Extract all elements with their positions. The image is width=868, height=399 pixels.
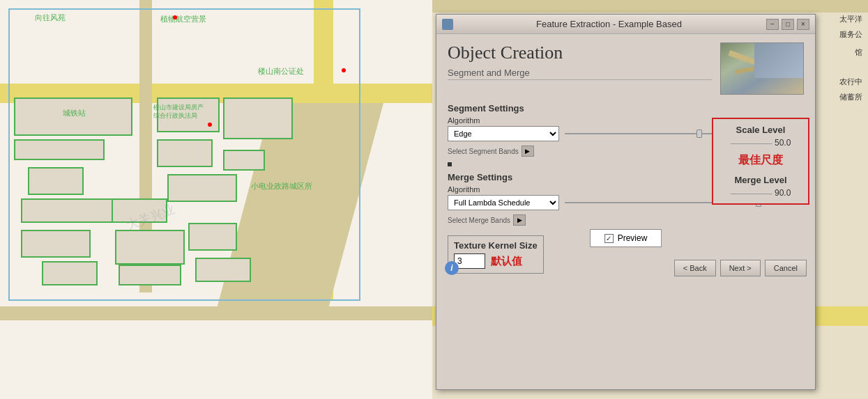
map-area: 向往风苑 植物航空营景 楼山南公证处 城铁站 小电业政路城区所 楼山市建设局房产… xyxy=(0,0,432,399)
merge-level-value: —————— 90.0 xyxy=(719,188,802,198)
object-creation-title: Object Creation xyxy=(448,42,712,63)
dialog-titlebar: Feature Extraction - Example Based − □ × xyxy=(436,15,815,34)
minimize-button[interactable]: − xyxy=(766,19,779,30)
cancel-button[interactable]: Cancel xyxy=(765,260,807,276)
side-label: 馆 xyxy=(855,47,862,58)
segment-merge-label: Segment and Merge xyxy=(448,66,712,80)
select-merge-bands-label: Select Merge Bands xyxy=(448,217,510,224)
header-text: Object Creation Segment and Merge xyxy=(448,42,712,80)
side-label: 太平洋 xyxy=(839,14,862,24)
preview-checkbox[interactable]: ✓ xyxy=(604,234,614,243)
info-button[interactable]: i xyxy=(445,261,459,275)
dialog-icon xyxy=(442,19,453,30)
back-button[interactable]: < Back xyxy=(674,260,716,276)
scale-level-value: —————— 50.0 xyxy=(719,138,802,148)
select-segment-bands-button[interactable]: ▶ xyxy=(521,146,534,157)
side-label: 储蓄所 xyxy=(839,92,862,102)
scale-level-chinese: 最佳尺度 xyxy=(719,153,802,168)
segment-algorithm-select[interactable]: Edge Watershed Texture xyxy=(448,126,559,141)
merge-level-title: Merge Level xyxy=(719,175,802,185)
bottom-buttons: < Back Next > Cancel xyxy=(674,260,807,276)
dialog-title: Feature Extraction - Example Based xyxy=(453,19,765,29)
dialog-header: Object Creation Segment and Merge xyxy=(448,42,804,95)
segment-settings-label: Segment Settings xyxy=(448,103,804,114)
dialog-bottom: i < Back Next > Cancel xyxy=(436,260,815,276)
select-segment-bands-label: Select Segment Bands xyxy=(448,148,519,155)
dialog-body: Object Creation Segment and Merge Segmen… xyxy=(436,34,815,282)
side-label: 农行中 xyxy=(839,77,862,87)
scale-level-box: Scale Level —————— 50.0 最佳尺度 Merge Level… xyxy=(712,118,809,205)
selection-box xyxy=(8,8,360,301)
close-button[interactable]: × xyxy=(797,19,809,30)
side-label: 服务公 xyxy=(839,29,862,40)
texture-label: Texture Kernel Size xyxy=(454,240,538,251)
segment-slider-handle[interactable] xyxy=(696,130,702,138)
select-merge-bands-button[interactable]: ▶ xyxy=(513,214,526,226)
preview-container[interactable]: ✓ Preview xyxy=(590,229,662,247)
maximize-button[interactable]: □ xyxy=(782,19,794,30)
header-thumbnail xyxy=(720,42,804,95)
preview-label: Preview xyxy=(618,233,648,243)
merge-algorithm-select[interactable]: Full Lambda Schedule Fast Lambda Schedul… xyxy=(448,195,559,210)
separator-dot xyxy=(448,162,452,166)
thumb-aerial xyxy=(754,43,803,78)
next-button[interactable]: Next > xyxy=(720,260,761,276)
scale-level-title: Scale Level xyxy=(719,125,802,135)
select-merge-bands-row: Select Merge Bands ▶ xyxy=(448,214,804,226)
map-road-right xyxy=(432,0,868,13)
dialog-window: Feature Extraction - Example Based − □ ×… xyxy=(436,14,816,390)
